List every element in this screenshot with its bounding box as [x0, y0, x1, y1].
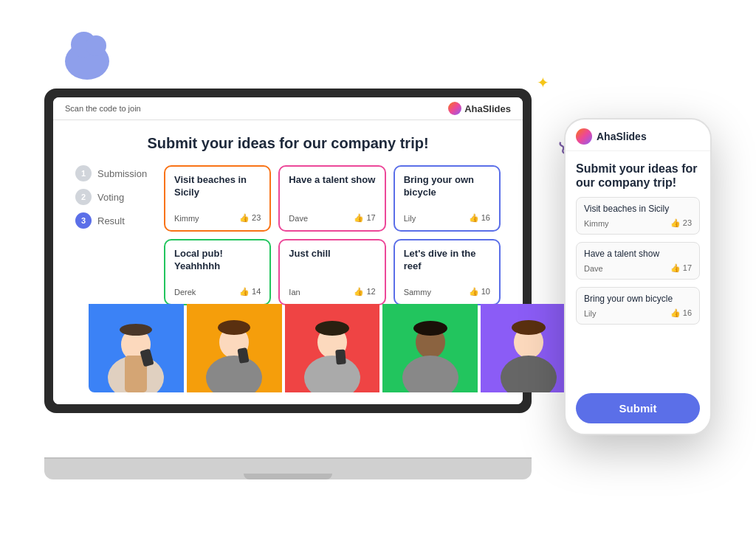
card-footer-2: Dave👍 17 — [289, 213, 375, 223]
phone-submit-button[interactable]: Submit — [576, 393, 700, 423]
photos-strip — [89, 304, 523, 392]
phone-logo-icon — [576, 128, 592, 145]
idea-card-6: Let's dive in the reefSammy👍 10 — [394, 239, 501, 305]
card-text-4: Local pub! Yeahhhhh — [174, 248, 261, 273]
phone-topbar: AhaSlides — [566, 119, 710, 151]
card-author-3: Lily — [404, 214, 416, 223]
svg-point-16 — [413, 321, 447, 336]
svg-point-15 — [402, 356, 458, 392]
idea-card-5: Just chillIan👍 12 — [278, 239, 385, 305]
svg-point-7 — [218, 320, 250, 335]
phone-card-1: Visit beaches in SicilyKimmy👍 23 — [576, 197, 700, 235]
step-circle-2: 2 — [75, 189, 92, 205]
step-circle-3: 3 — [75, 212, 92, 229]
phone-card-votes-3: 👍 16 — [670, 308, 692, 318]
person-silhouette-4 — [386, 304, 475, 392]
phone-content: Submit your ideas for our company trip! … — [566, 151, 710, 387]
phone-card-text-3: Bring your own bicycle — [584, 294, 692, 304]
screen-body: 1Submission2Voting3Result Visit beaches … — [75, 165, 501, 305]
phone-logo-text: AhaSlides — [597, 131, 647, 142]
svg-rect-13 — [335, 349, 346, 364]
deco-cloud-icon — [65, 43, 109, 80]
phone: AhaSlides Submit your ideas for our comp… — [564, 118, 712, 435]
card-footer-5: Ian👍 12 — [289, 287, 375, 297]
phone-card-footer-3: Lily👍 16 — [584, 308, 692, 318]
card-author-1: Kimmy — [174, 214, 199, 223]
person-silhouette-3 — [288, 304, 377, 392]
svg-point-18 — [501, 356, 523, 392]
phone-card-2: Have a talent showDave👍 17 — [576, 242, 700, 280]
idea-card-4: Local pub! YeahhhhhDerek👍 14 — [164, 239, 271, 305]
steps-sidebar: 1Submission2Voting3Result — [75, 165, 149, 305]
phone-card-author-3: Lily — [584, 309, 597, 318]
phone-card-votes-2: 👍 17 — [670, 263, 692, 273]
photo-block-2 — [187, 304, 282, 392]
scene: ✦ ✦ ⌇⌇ Scan the code to join AhaSlides S… — [0, 0, 756, 537]
step-item-3: 3Result — [75, 212, 149, 229]
laptop-screen: Scan the code to join AhaSlides Submit y… — [53, 97, 523, 404]
svg-point-10 — [304, 356, 360, 392]
aha-logo-icon — [448, 102, 461, 115]
screen-title: Submit your ideas for our company trip! — [75, 135, 501, 152]
card-votes-3: 👍 16 — [469, 213, 490, 223]
step-label-1: Submission — [97, 168, 147, 179]
step-label-3: Result — [97, 215, 125, 226]
phone-card-footer-1: Kimmy👍 23 — [584, 218, 692, 228]
photo-block-1 — [89, 304, 184, 392]
card-author-5: Ian — [289, 288, 300, 297]
laptop-base — [44, 459, 532, 479]
phone-title: Submit your ideas for our company trip! — [576, 162, 700, 190]
idea-card-2: Have a talent showDave👍 17 — [278, 165, 385, 232]
phone-card-footer-2: Dave👍 17 — [584, 263, 692, 273]
card-votes-4: 👍 14 — [239, 287, 261, 297]
card-votes-2: 👍 17 — [354, 213, 375, 223]
screen-topbar: Scan the code to join AhaSlides — [53, 97, 523, 120]
card-text-3: Bring your own bicycle — [404, 174, 490, 199]
aha-logo-text: AhaSlides — [464, 103, 511, 114]
step-item-2: 2Voting — [75, 189, 149, 205]
scan-code-text: Scan the code to join — [65, 104, 141, 113]
ahaslides-logo: AhaSlides — [448, 102, 511, 115]
step-label-2: Voting — [97, 192, 124, 203]
card-footer-3: Lily👍 16 — [404, 213, 490, 223]
card-text-2: Have a talent show — [289, 174, 375, 187]
step-item-1: 1Submission — [75, 165, 149, 181]
card-author-6: Sammy — [404, 288, 431, 297]
idea-card-1: Visit beaches in SicilyKimmy👍 23 — [164, 165, 271, 232]
card-text-6: Let's dive in the reef — [404, 248, 490, 273]
photo-block-3 — [285, 304, 380, 392]
phone-card-author-1: Kimmy — [584, 219, 609, 228]
card-text-1: Visit beaches in Sicily — [174, 174, 261, 199]
card-text-5: Just chill — [289, 248, 375, 260]
card-author-2: Dave — [289, 214, 308, 223]
phone-card-author-2: Dave — [584, 264, 603, 273]
phone-card-text-1: Visit beaches in Sicily — [584, 204, 692, 214]
idea-card-3: Bring your own bicycleLily👍 16 — [394, 165, 501, 232]
laptop-screen-outer: Scan the code to join AhaSlides Submit y… — [44, 89, 532, 413]
step-circle-1: 1 — [75, 165, 92, 181]
svg-point-19 — [512, 320, 523, 335]
card-footer-6: Sammy👍 10 — [404, 287, 490, 297]
photo-block-4 — [382, 304, 478, 392]
card-footer-1: Kimmy👍 23 — [174, 213, 261, 223]
cards-grid: Visit beaches in SicilyKimmy👍 23Have a t… — [164, 165, 501, 305]
card-author-4: Derek — [174, 288, 196, 297]
person-silhouette-5 — [484, 304, 523, 392]
laptop: Scan the code to join AhaSlides Submit y… — [44, 89, 546, 479]
card-votes-1: 👍 23 — [239, 213, 261, 223]
photo-block-5 — [481, 304, 523, 392]
card-votes-6: 👍 10 — [469, 287, 490, 297]
svg-point-3 — [120, 324, 152, 336]
person-silhouette-1 — [92, 304, 180, 392]
phone-card-text-2: Have a talent show — [584, 249, 692, 259]
card-votes-5: 👍 12 — [354, 287, 375, 297]
phone-card-votes-1: 👍 23 — [670, 218, 692, 228]
svg-point-11 — [315, 321, 349, 336]
svg-point-6 — [206, 356, 262, 392]
card-footer-4: Derek👍 14 — [174, 287, 261, 297]
person-silhouette-2 — [190, 304, 278, 392]
phone-card-3: Bring your own bicycleLily👍 16 — [576, 287, 700, 325]
